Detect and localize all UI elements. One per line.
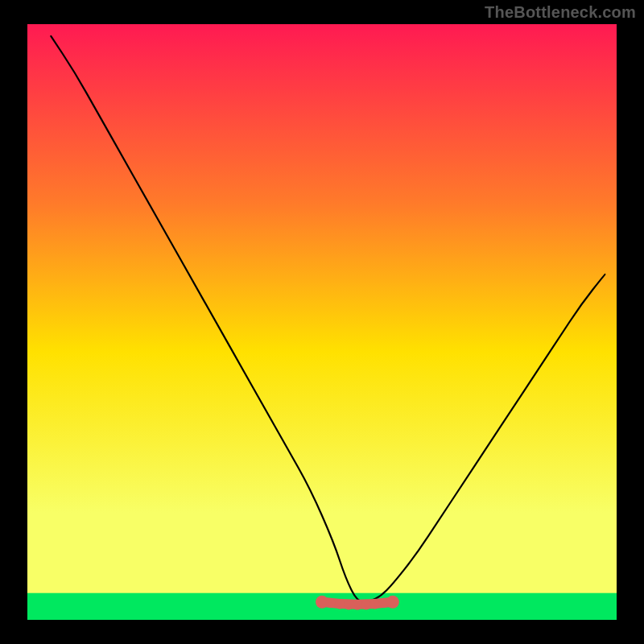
optimal-region-dot: [326, 598, 336, 608]
optimal-region-dot: [344, 600, 353, 609]
optimal-region-dot: [370, 600, 380, 609]
optimal-region-dot: [361, 600, 371, 609]
optimal-region-dot: [335, 600, 345, 609]
bottleneck-chart: [0, 0, 644, 644]
optimal-region-dot: [353, 601, 362, 610]
plot-background: [27, 24, 617, 620]
chart-frame: TheBottleneck.com: [0, 0, 644, 644]
watermark-text: TheBottleneck.com: [485, 3, 636, 22]
optimal-region-dot: [386, 596, 399, 609]
